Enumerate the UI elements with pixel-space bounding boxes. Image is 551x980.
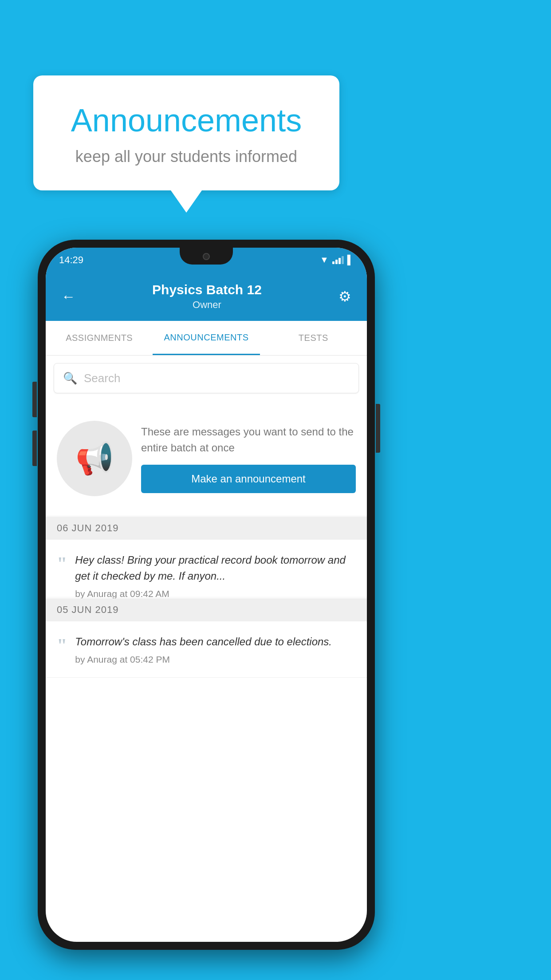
- camera: [203, 253, 210, 260]
- announcement-meta-2: by Anurag at 05:42 PM: [75, 654, 356, 665]
- search-placeholder: Search: [84, 371, 120, 385]
- date-label-1: 06 JUN 2019: [57, 522, 118, 534]
- announcement-message-2: Tomorrow's class has been cancelled due …: [75, 634, 356, 650]
- promo-description: These are messages you want to send to t…: [141, 424, 356, 456]
- power-button: [376, 404, 380, 453]
- make-announcement-button[interactable]: Make an announcement: [141, 465, 356, 493]
- quote-icon-1: ": [57, 554, 67, 573]
- tabs-bar: ASSIGNMENTS ANNOUNCEMENTS TESTS: [46, 321, 367, 356]
- status-time: 14:29: [59, 254, 83, 266]
- announcement-message-1: Hey class! Bring your practical record b…: [75, 552, 356, 584]
- date-label-2: 05 JUN 2019: [57, 604, 118, 616]
- wifi-icon: ▼: [320, 255, 329, 265]
- promo-section: 📢 These are messages you want to send to…: [46, 401, 367, 516]
- promo-content: These are messages you want to send to t…: [141, 424, 356, 493]
- header-title-group: Physics Batch 12 Owner: [152, 282, 262, 311]
- quote-icon-2: ": [57, 636, 67, 655]
- promo-icon-circle: 📢: [57, 421, 132, 496]
- speech-bubble-subtitle: keep all your students informed: [55, 147, 317, 166]
- search-icon: 🔍: [63, 371, 77, 385]
- speech-bubble-tail: [171, 190, 202, 213]
- announcement-content-1: Hey class! Bring your practical record b…: [75, 552, 356, 599]
- tab-tests[interactable]: TESTS: [260, 321, 367, 355]
- back-button[interactable]: ←: [57, 284, 80, 309]
- signal-bar-2: [335, 260, 338, 264]
- volume-up-button: [32, 382, 37, 417]
- batch-role: Owner: [152, 299, 262, 311]
- announcement-item-2[interactable]: " Tomorrow's class has been cancelled du…: [46, 621, 367, 678]
- date-divider-2: 05 JUN 2019: [46, 598, 367, 621]
- signal-bars: [332, 256, 344, 264]
- settings-button[interactable]: ⚙: [334, 284, 356, 309]
- phone-outer: 14:29 ▼ ▌ ← Physics Batch 12: [38, 240, 375, 950]
- phone-notch: [180, 248, 233, 265]
- announcement-item-1[interactable]: " Hey class! Bring your practical record…: [46, 540, 367, 597]
- phone-device: 14:29 ▼ ▌ ← Physics Batch 12: [38, 240, 375, 950]
- status-icons: ▼ ▌: [320, 255, 354, 265]
- batch-title: Physics Batch 12: [152, 282, 262, 297]
- megaphone-icon: 📢: [75, 440, 114, 477]
- announcement-content-2: Tomorrow's class has been cancelled due …: [75, 634, 356, 665]
- tab-assignments[interactable]: ASSIGNMENTS: [46, 321, 153, 355]
- tab-announcements[interactable]: ANNOUNCEMENTS: [153, 321, 260, 355]
- speech-bubble: Announcements keep all your students inf…: [33, 75, 339, 190]
- search-bar[interactable]: 🔍 Search: [54, 363, 359, 393]
- search-container: 🔍 Search: [54, 363, 359, 393]
- phone-screen: 14:29 ▼ ▌ ← Physics Batch 12: [46, 248, 367, 942]
- signal-bar-1: [332, 261, 335, 264]
- speech-bubble-card: Announcements keep all your students inf…: [33, 75, 339, 213]
- volume-down-button: [32, 431, 37, 466]
- app-header: ← Physics Batch 12 Owner ⚙: [46, 272, 367, 321]
- signal-bar-4: [342, 256, 344, 264]
- speech-bubble-title: Announcements: [55, 102, 317, 138]
- announcement-meta-1: by Anurag at 09:42 AM: [75, 589, 356, 599]
- signal-bar-3: [338, 258, 341, 264]
- date-divider-1: 06 JUN 2019: [46, 517, 367, 540]
- battery-icon: ▌: [347, 255, 354, 265]
